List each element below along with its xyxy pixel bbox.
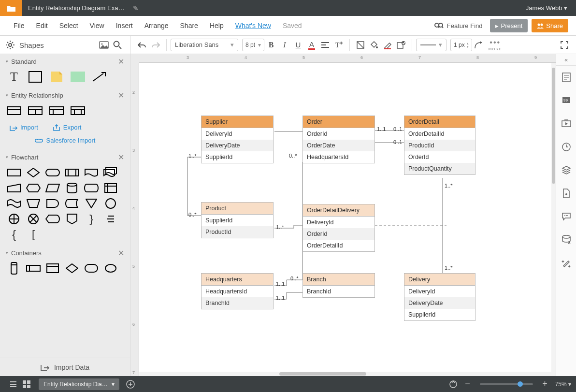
present-button[interactable]: ▸ Present bbox=[490, 19, 528, 32]
fc-delay[interactable] bbox=[45, 198, 60, 209]
fc-intstorage[interactable] bbox=[103, 183, 118, 193]
align-icon[interactable] bbox=[318, 38, 332, 52]
shape-text[interactable]: T bbox=[7, 72, 21, 82]
close-icon[interactable]: ✕ bbox=[118, 248, 124, 258]
menu-share[interactable]: Share bbox=[174, 22, 204, 29]
zoom-level[interactable]: 75% ▾ bbox=[555, 381, 571, 388]
text-options-icon[interactable]: T bbox=[332, 38, 346, 52]
er-import-link[interactable]: Import bbox=[10, 124, 38, 131]
shape-er-2[interactable] bbox=[28, 105, 43, 116]
zoom-out-icon[interactable]: − bbox=[461, 377, 475, 392]
fc-papertape[interactable] bbox=[7, 198, 21, 209]
fc-brace-r[interactable]: } bbox=[84, 214, 99, 224]
bold-icon[interactable]: B bbox=[264, 38, 278, 52]
menu-view[interactable]: View bbox=[84, 22, 110, 29]
menu-file[interactable]: File bbox=[8, 22, 30, 29]
share-button[interactable]: Share bbox=[532, 19, 568, 32]
line-options-icon[interactable] bbox=[472, 38, 486, 52]
more-button[interactable]: •••MORE bbox=[489, 38, 502, 51]
fc-process[interactable] bbox=[7, 167, 21, 178]
menu-select[interactable]: Select bbox=[54, 22, 84, 29]
fc-multidoc[interactable] bbox=[103, 167, 118, 178]
er-export-link[interactable]: Export bbox=[53, 124, 82, 131]
document-title[interactable]: Entity Relationship Diagram Exa… bbox=[22, 4, 130, 12]
cont-6[interactable] bbox=[103, 263, 118, 274]
shape-options-icon[interactable] bbox=[394, 38, 408, 52]
add-page-icon[interactable] bbox=[123, 377, 138, 392]
close-icon[interactable]: ✕ bbox=[118, 91, 124, 100]
fc-brace-l[interactable]: { bbox=[7, 229, 21, 240]
fc-sumjunc[interactable] bbox=[26, 214, 41, 224]
search-icon[interactable] bbox=[111, 38, 124, 52]
sync-icon[interactable] bbox=[446, 377, 461, 392]
fullscreen-icon[interactable] bbox=[558, 38, 571, 52]
shape-note[interactable] bbox=[49, 72, 64, 82]
scrollbar-horizontal[interactable] bbox=[139, 372, 551, 376]
outline-view-icon[interactable] bbox=[5, 377, 19, 392]
entity-orderdetaildelivery[interactable]: OrderDetailDelivery DeliveryId OrderId O… bbox=[302, 204, 375, 252]
shape-rect[interactable] bbox=[28, 72, 43, 82]
entity-delivery[interactable]: Delivery DeliveryId DeliveryDate Supplie… bbox=[404, 273, 475, 321]
line-style-select[interactable]: ▾ bbox=[416, 39, 446, 51]
fc-database[interactable] bbox=[65, 183, 79, 193]
cont-5[interactable] bbox=[84, 263, 99, 274]
cont-3[interactable] bbox=[45, 263, 60, 274]
redo-icon[interactable] bbox=[149, 38, 162, 52]
rp-comment-icon[interactable]: 99 bbox=[556, 89, 576, 112]
rp-present-icon[interactable] bbox=[556, 112, 576, 135]
fc-bracket[interactable]: [ bbox=[26, 229, 41, 240]
shape-er-1[interactable] bbox=[7, 105, 21, 116]
rp-history-icon[interactable] bbox=[556, 135, 576, 159]
salesforce-import-link[interactable]: Salesforce Import bbox=[0, 137, 130, 150]
border-color-icon[interactable] bbox=[381, 38, 394, 52]
fc-offpage[interactable] bbox=[65, 214, 79, 224]
scrollbar-vertical[interactable] bbox=[551, 63, 556, 376]
line-width-select[interactable]: 1 px▴▾ bbox=[450, 39, 472, 51]
fc-terminator[interactable] bbox=[45, 167, 60, 178]
insert-image-icon[interactable] bbox=[97, 38, 111, 52]
font-size-select[interactable]: 8 pt▾ bbox=[242, 39, 264, 51]
edit-title-icon[interactable]: ✎ bbox=[130, 4, 142, 12]
close-icon[interactable]: ✕ bbox=[118, 153, 124, 162]
fc-manualin[interactable] bbox=[7, 183, 21, 193]
rp-chat-icon[interactable] bbox=[556, 205, 576, 228]
entity-product[interactable]: Product SupplierId ProductId bbox=[201, 202, 274, 238]
grid-view-icon[interactable] bbox=[19, 377, 34, 392]
fc-decision[interactable] bbox=[26, 167, 41, 178]
fc-directdata[interactable] bbox=[84, 183, 99, 193]
zoom-in-icon[interactable]: + bbox=[538, 377, 552, 392]
italic-icon[interactable]: I bbox=[278, 38, 291, 52]
rp-data-icon[interactable] bbox=[556, 228, 576, 251]
fc-predef[interactable] bbox=[65, 167, 79, 178]
gear-icon[interactable] bbox=[6, 41, 14, 49]
fc-display[interactable] bbox=[45, 214, 60, 224]
entity-branch[interactable]: Branch BranchId bbox=[302, 273, 375, 298]
fc-note[interactable] bbox=[103, 214, 118, 224]
page-tab[interactable]: Entity Relationship Dia…▾ bbox=[39, 378, 119, 390]
menu-help[interactable]: Help bbox=[204, 22, 230, 29]
zoom-slider[interactable] bbox=[480, 383, 533, 385]
menu-whats-new[interactable]: What's New bbox=[230, 22, 277, 29]
fill-color-icon[interactable] bbox=[367, 38, 381, 52]
entity-headquarters[interactable]: Headquarters HeadquartersId BranchId bbox=[201, 273, 274, 309]
shape-arrow[interactable] bbox=[92, 72, 106, 82]
category-er[interactable]: ▾Entity Relationship✕ bbox=[0, 88, 130, 102]
fc-connector[interactable] bbox=[103, 198, 118, 209]
entity-supplier[interactable]: Supplier DeliveryId DeliveryDate Supplie… bbox=[201, 116, 274, 163]
canvas[interactable]: Supplier DeliveryId DeliveryDate Supplie… bbox=[139, 63, 556, 376]
cont-2[interactable] bbox=[26, 263, 41, 274]
rp-layers-icon[interactable] bbox=[556, 159, 576, 182]
menu-edit[interactable]: Edit bbox=[30, 22, 54, 29]
rp-doc-icon[interactable] bbox=[556, 182, 576, 205]
category-standard[interactable]: ▾Standard✕ bbox=[0, 54, 130, 69]
undo-icon[interactable] bbox=[135, 38, 149, 52]
shape-block[interactable] bbox=[71, 72, 85, 82]
fc-document[interactable] bbox=[84, 167, 99, 178]
user-menu[interactable]: James Webb ▾ bbox=[517, 4, 576, 12]
fc-prep[interactable] bbox=[26, 183, 41, 193]
fc-or[interactable] bbox=[7, 214, 21, 224]
shape-fill-icon[interactable] bbox=[354, 38, 367, 52]
cont-1[interactable] bbox=[7, 263, 21, 274]
entity-orderdetail[interactable]: OrderDetail OrderDetailId ProductId Orde… bbox=[404, 116, 475, 175]
fc-data[interactable] bbox=[45, 183, 60, 193]
